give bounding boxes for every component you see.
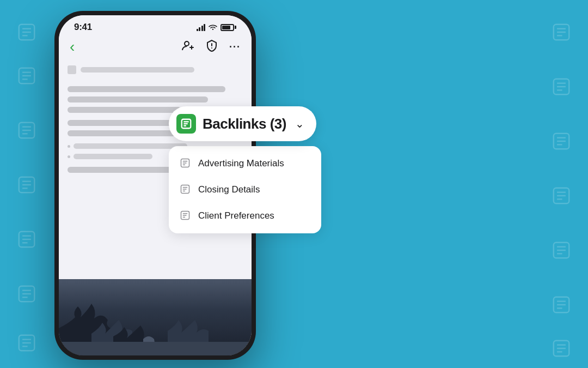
sk-bullet-1 bbox=[74, 143, 187, 149]
doc-list-icon-2 bbox=[180, 184, 192, 196]
skeleton-line-1 bbox=[81, 67, 194, 73]
dropdown-item-client[interactable]: Client Preferences bbox=[169, 203, 321, 229]
svg-rect-4 bbox=[19, 68, 35, 84]
bg-icon-r6 bbox=[551, 294, 572, 320]
bullet-dot-1 bbox=[68, 145, 70, 148]
add-person-icon[interactable] bbox=[181, 39, 194, 55]
battery-icon bbox=[220, 24, 236, 31]
more-icon[interactable]: ··· bbox=[229, 41, 241, 53]
doc-list-icon-3 bbox=[180, 210, 192, 222]
backlinks-pill-icon bbox=[176, 114, 196, 134]
signal-bars-icon bbox=[197, 23, 206, 31]
wifi-icon bbox=[209, 23, 217, 32]
back-button[interactable]: ‹ bbox=[70, 39, 75, 55]
skeleton-title-row bbox=[68, 65, 243, 74]
status-time: 9:41 bbox=[74, 22, 92, 33]
nav-actions: ··· bbox=[181, 39, 241, 55]
tree-silhouette bbox=[59, 290, 252, 355]
bg-icon-r1 bbox=[551, 22, 572, 47]
bg-icon-3 bbox=[16, 120, 37, 146]
status-icons bbox=[197, 23, 237, 32]
bg-icon-r5 bbox=[551, 240, 572, 266]
image-placeholder bbox=[59, 279, 252, 355]
svg-rect-44 bbox=[554, 243, 569, 258]
status-bar: 9:41 bbox=[59, 15, 252, 35]
bg-icon-r3 bbox=[551, 131, 572, 156]
doc-list-icon-1 bbox=[180, 158, 192, 170]
svg-rect-57 bbox=[59, 342, 252, 355]
dropdown-menu: Advertising Materials Closing Details Cl… bbox=[169, 146, 321, 233]
svg-rect-40 bbox=[554, 188, 569, 204]
bg-icon-r7 bbox=[551, 338, 572, 364]
bg-icon-r2 bbox=[551, 76, 572, 102]
svg-point-56 bbox=[185, 41, 189, 46]
svg-rect-24 bbox=[19, 335, 35, 351]
sk-row-1 bbox=[68, 86, 225, 92]
bg-icon-2 bbox=[16, 65, 37, 91]
dropdown-item-advertising[interactable]: Advertising Materials bbox=[169, 150, 321, 177]
svg-rect-8 bbox=[19, 123, 35, 138]
chevron-down-icon: ⌄ bbox=[295, 117, 304, 130]
image-dark bbox=[59, 279, 252, 355]
svg-rect-32 bbox=[554, 79, 569, 95]
bg-icon-6 bbox=[16, 283, 37, 309]
dropdown-item-closing[interactable]: Closing Details bbox=[169, 177, 321, 203]
backlinks-label: Backlinks (3) bbox=[203, 116, 286, 132]
bg-icon-5 bbox=[16, 229, 37, 255]
bullet-dot-2 bbox=[68, 155, 70, 158]
svg-rect-0 bbox=[19, 25, 35, 40]
sk-row-3 bbox=[68, 107, 181, 113]
svg-rect-52 bbox=[554, 341, 569, 357]
svg-rect-16 bbox=[19, 232, 35, 248]
svg-rect-36 bbox=[554, 134, 569, 149]
sk-row-2 bbox=[68, 96, 208, 102]
add-tag-icon[interactable] bbox=[205, 39, 218, 55]
svg-rect-28 bbox=[554, 25, 569, 40]
bg-icon-4 bbox=[16, 174, 37, 200]
bg-icon-7 bbox=[16, 333, 37, 358]
bg-icon-r4 bbox=[551, 185, 572, 211]
sk-bullet-2 bbox=[74, 154, 152, 159]
bg-icon-1 bbox=[16, 22, 37, 47]
svg-rect-48 bbox=[554, 297, 569, 313]
skeleton-icon bbox=[68, 65, 76, 74]
dropdown-item-label-2: Closing Details bbox=[198, 184, 260, 195]
svg-rect-12 bbox=[19, 177, 35, 193]
svg-rect-20 bbox=[19, 286, 35, 302]
backlinks-pill[interactable]: Backlinks (3) ⌄ bbox=[169, 106, 316, 141]
nav-bar: ‹ ··· bbox=[59, 35, 252, 60]
dropdown-item-label-1: Advertising Materials bbox=[198, 158, 284, 169]
dropdown-item-label-3: Client Preferences bbox=[198, 210, 274, 221]
